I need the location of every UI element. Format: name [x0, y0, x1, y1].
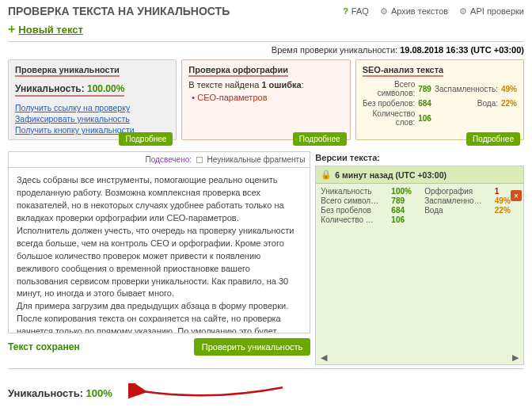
orfo-error-item: • СЕО-параметров — [192, 93, 343, 102]
uniqueness-value: Уникальность: 100.00% — [15, 83, 124, 97]
new-text-link[interactable]: Новый текст — [18, 24, 83, 36]
header-links: ?FAQ ⚙Архив текстов ⚙API проверки — [343, 6, 524, 17]
link-get-url[interactable]: Получить ссылку на проверку — [15, 103, 169, 112]
more-button[interactable]: Подробнее — [466, 132, 520, 146]
check-button[interactable]: Проверить уникальность — [194, 338, 311, 356]
scroll-left-icon[interactable]: ◀ — [321, 352, 327, 363]
versions-title: Версии текста: — [315, 151, 524, 166]
panel-uniqueness: Проверка уникальности Уникальность: 100.… — [8, 59, 177, 140]
panel-title: Проверка орфографии — [188, 65, 288, 77]
link-fix[interactable]: Зафиксировать уникальность — [15, 114, 169, 124]
plus-icon: + — [8, 22, 15, 36]
more-button[interactable]: Подробнее — [293, 132, 347, 146]
panel-title: Проверка уникальности — [15, 65, 120, 77]
version-stats: Уникальность100% Орфография1 Всего симво… — [316, 184, 523, 227]
arrow-annotation-icon — [128, 383, 294, 402]
gear-icon: ⚙ — [459, 6, 467, 17]
panel-orthography: Проверка орфографии В тексте найдена 1 о… — [181, 59, 350, 140]
versions-box: 🔒 6 минут назад (UTC +03:00) × Уникально… — [315, 166, 524, 365]
saved-status: Текст сохранен — [8, 341, 80, 352]
faq-link[interactable]: ?FAQ — [343, 6, 369, 17]
bottom-result: Уникальность: 100% — [0, 369, 532, 410]
api-link[interactable]: ⚙API проверки — [459, 6, 524, 17]
page-title: ПРОВЕРКА ТЕКСТА НА УНИКАЛЬНОСТЬ — [8, 5, 230, 17]
archive-link[interactable]: ⚙Архив текстов — [380, 6, 448, 17]
scroll-right-icon[interactable]: ▶ — [512, 352, 519, 363]
close-icon[interactable]: × — [511, 190, 522, 201]
panel-title: SEO-анализ текста — [363, 65, 444, 77]
version-header[interactable]: 🔒 6 минут назад (UTC +03:00) — [316, 166, 523, 184]
new-text-row: + Новый текст — [0, 21, 532, 41]
highlight-bar: Подсвечено: Неуникальные фрагменты — [8, 151, 310, 167]
gear-icon: ⚙ — [380, 6, 388, 17]
panel-links: Получить ссылку на проверку Зафиксироват… — [15, 103, 169, 135]
lock-icon: 🔒 — [321, 169, 332, 180]
more-button[interactable]: Подробнее — [119, 132, 173, 146]
help-icon: ? — [343, 6, 348, 16]
orfo-summary: В тексте найдена 1 ошибка: — [188, 80, 343, 89]
bottom-uniqueness: Уникальность: 100% — [8, 387, 112, 399]
timestamp: Время проверки уникальности: 19.08.2018 … — [0, 42, 532, 59]
panel-seo: SEO-анализ текста Всего символов:789 Зас… — [355, 59, 524, 140]
text-content: Здесь собраны все инструменты, помогающи… — [8, 167, 310, 333]
legend-swatch — [196, 157, 203, 163]
